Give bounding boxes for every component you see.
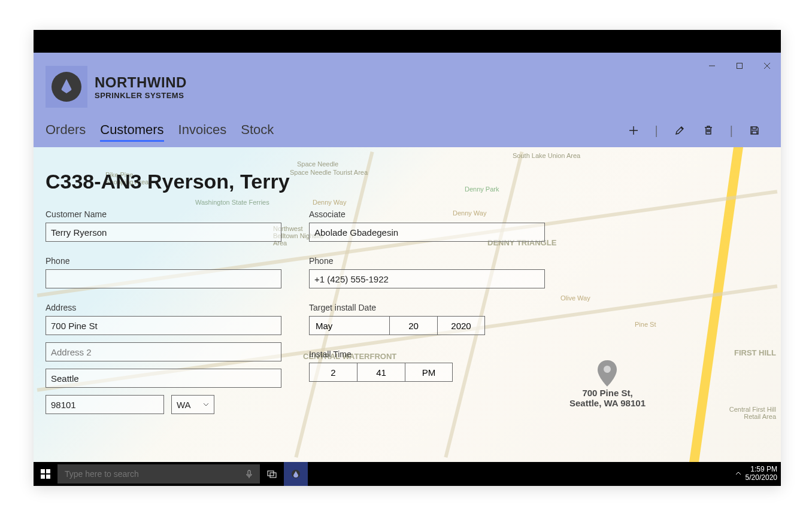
app-logo-icon: [290, 469, 301, 479]
form-right: Associate Phone Target install Date May …: [309, 209, 545, 396]
start-button[interactable]: [34, 462, 57, 486]
tab-stock[interactable]: Stock: [241, 120, 274, 142]
taskbar-time: 1:59 PM: [746, 466, 777, 474]
zip-input[interactable]: [46, 395, 164, 414]
maximize-button[interactable]: [726, 53, 753, 79]
label-address: Address: [46, 303, 281, 312]
divider: |: [655, 124, 658, 138]
nav-row: Orders Customers Invoices Stock | |: [34, 114, 781, 147]
taskview-button[interactable]: [260, 462, 284, 486]
svg-rect-6: [268, 471, 274, 476]
systray-expand-icon[interactable]: [735, 470, 742, 479]
app-taskbar-button[interactable]: [284, 462, 308, 486]
svg-rect-7: [270, 473, 276, 478]
taskbar-date: 5/20/2020: [746, 474, 777, 482]
map-pin: 700 Pine St, Seattle, WA 98101: [569, 360, 646, 408]
state-value: WA: [177, 400, 191, 410]
nav-actions: | |: [626, 123, 769, 138]
close-button[interactable]: [753, 53, 781, 79]
customer-phone-input[interactable]: [46, 269, 281, 288]
svg-rect-5: [46, 475, 50, 479]
tab-orders[interactable]: Orders: [46, 120, 86, 142]
svg-rect-4: [41, 475, 45, 479]
install-date-day[interactable]: 20: [389, 316, 437, 335]
app-header: NORTHWIND SPRINKLER SYSTEMS Orders Custo…: [34, 53, 781, 147]
customer-name-input[interactable]: [46, 223, 281, 242]
taskbar-clock[interactable]: 1:59 PM 5/20/2020: [746, 466, 777, 482]
label-install-date: Target install Date: [309, 303, 545, 312]
tab-customers[interactable]: Customers: [100, 120, 163, 142]
systray: 1:59 PM 5/20/2020: [735, 462, 777, 486]
associate-name-input[interactable]: [309, 223, 545, 242]
divider: |: [730, 124, 733, 138]
label-install-time: Install Time: [309, 349, 545, 359]
svg-point-1: [604, 366, 611, 373]
install-time-picker: 2 41 PM: [309, 363, 545, 382]
edit-button[interactable]: [672, 123, 687, 138]
label-associate-phone: Phone: [309, 256, 545, 266]
address1-input[interactable]: [46, 316, 281, 335]
mic-icon[interactable]: [244, 469, 254, 479]
map-pin-label: 700 Pine St, Seattle, WA 98101: [569, 388, 646, 408]
pin-icon: [596, 360, 618, 387]
app-window: NORTHWIND SPRINKLER SYSTEMS Orders Custo…: [34, 30, 781, 486]
svg-rect-2: [41, 469, 45, 473]
install-date-month[interactable]: May: [309, 316, 389, 335]
logo-icon: [46, 66, 87, 108]
city-input[interactable]: [46, 369, 281, 388]
brand: NORTHWIND SPRINKLER SYSTEMS: [34, 53, 781, 114]
brand-line1: NORTHWIND: [95, 74, 187, 91]
taskview-icon: [266, 469, 277, 479]
add-button[interactable]: [626, 123, 641, 138]
state-select[interactable]: WA: [171, 395, 214, 414]
brand-line2: SPRINKLER SYSTEMS: [95, 91, 187, 100]
label-associate: Associate: [309, 209, 545, 219]
form-left: Customer Name Phone Address WA: [46, 209, 281, 436]
page-title: C338-AN3 Ryerson, Terry: [46, 170, 290, 193]
install-time-hour[interactable]: 2: [309, 363, 357, 382]
chevron-down-icon: [203, 402, 209, 408]
content: Space Needle Space Needle Tourist Area D…: [34, 147, 781, 462]
taskbar-search-input[interactable]: [57, 464, 260, 484]
brand-text: NORTHWIND SPRINKLER SYSTEMS: [95, 74, 187, 100]
delete-button[interactable]: [701, 123, 716, 138]
minimize-button[interactable]: [698, 53, 726, 79]
save-button[interactable]: [747, 123, 762, 138]
titlebar: [34, 30, 781, 53]
window-controls: [698, 53, 781, 79]
label-customer-phone: Phone: [46, 256, 281, 266]
install-time-ampm[interactable]: PM: [405, 363, 453, 382]
install-time-minute[interactable]: 41: [357, 363, 405, 382]
zip-state-row: WA: [46, 395, 281, 421]
svg-rect-3: [46, 469, 50, 473]
associate-phone-input[interactable]: [309, 269, 545, 288]
tab-invoices[interactable]: Invoices: [178, 120, 227, 142]
install-date-year[interactable]: 2020: [437, 316, 485, 335]
taskbar: 1:59 PM 5/20/2020: [34, 462, 781, 486]
install-date-picker: May 20 2020: [309, 316, 545, 335]
tabs: Orders Customers Invoices Stock: [46, 120, 274, 142]
address2-input[interactable]: [46, 342, 281, 361]
label-customer-name: Customer Name: [46, 209, 281, 219]
taskbar-search: [57, 462, 260, 486]
windows-icon: [41, 469, 50, 479]
svg-rect-0: [737, 63, 743, 69]
